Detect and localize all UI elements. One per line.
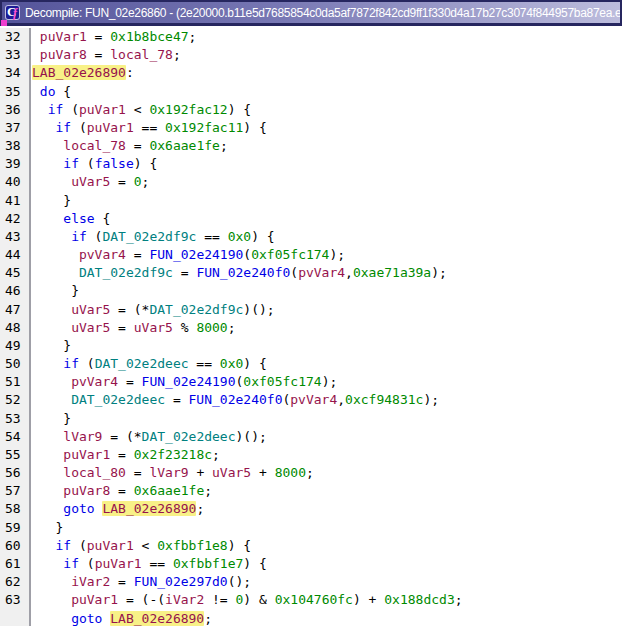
variable-token[interactable]: lVar9 <box>149 465 188 480</box>
label-token-highlighted[interactable]: LAB_02e26890 <box>32 65 126 80</box>
variable-token[interactable]: pvVar4 <box>71 374 118 389</box>
label-token-highlighted[interactable]: LAB_02e26890 <box>102 501 196 516</box>
code-text[interactable]: DAT_02e2df9c = FUN_02e240f0(pvVar4,0xae7… <box>31 264 447 282</box>
variable-token[interactable]: puVar8 <box>40 47 87 62</box>
keyword-token[interactable]: if <box>63 556 79 571</box>
code-text[interactable]: } <box>31 192 71 210</box>
code-text[interactable]: } <box>31 519 63 537</box>
code-text[interactable]: puVar8 = 0x6aae1fe; <box>31 482 212 500</box>
variable-token[interactable]: local_78 <box>110 47 173 62</box>
variable-token[interactable]: puVar1 <box>71 592 118 607</box>
variable-token[interactable]: lVar9 <box>63 429 102 444</box>
code-text[interactable]: goto LAB_02e26890; <box>31 610 212 626</box>
code-text[interactable]: iVar2 = FUN_02e297d0(); <box>31 573 251 591</box>
code-text[interactable]: uVar5 = uVar5 % 8000; <box>31 319 236 337</box>
global-token[interactable]: DAT_02e2df9c <box>102 229 196 244</box>
code-text[interactable]: pvVar4 = FUN_02e24190(0xf05fc174); <box>31 246 345 264</box>
variable-token[interactable]: puVar1 <box>87 538 134 553</box>
keyword-token[interactable]: else <box>63 211 94 226</box>
code-text[interactable]: pvVar4 = FUN_02e24190(0xf05fc174); <box>31 373 337 391</box>
decompiler-code-panel[interactable]: 32 puVar1 = 0x1b8bce47;33 puVar8 = local… <box>0 26 622 626</box>
variable-token[interactable]: uVar5 <box>212 465 251 480</box>
code-text[interactable]: DAT_02e2deec = FUN_02e240f0(pvVar4,0xcf9… <box>31 391 439 409</box>
constant-token[interactable]: 0x192fac11 <box>165 120 243 135</box>
keyword-token[interactable]: do <box>40 84 56 99</box>
constant-token[interactable]: 0x6aae1fe <box>134 483 204 498</box>
keyword-token[interactable]: if <box>63 156 79 171</box>
code-text[interactable]: uVar5 = (*DAT_02e2df9c)(); <box>31 301 275 319</box>
keyword-token[interactable]: goto <box>63 501 94 516</box>
variable-token[interactable]: uVar5 <box>134 320 173 335</box>
global-token[interactable]: DAT_02e2deec <box>142 429 236 444</box>
constant-token[interactable]: 0xf05fc174 <box>251 247 329 262</box>
code-text[interactable]: local_80 = lVar9 + uVar5 + 8000; <box>31 464 314 482</box>
variable-token[interactable]: puVar1 <box>63 447 110 462</box>
code-text[interactable]: puVar1 = (-(iVar2 != 0) & 0x104760fc) + … <box>31 591 463 609</box>
variable-token[interactable]: local_78 <box>63 138 126 153</box>
variable-token[interactable]: pvVar4 <box>79 247 126 262</box>
function-token[interactable]: FUN_02e24190 <box>149 247 243 262</box>
global-token[interactable]: DAT_02e2df9c <box>149 302 243 317</box>
constant-token[interactable]: 0x0 <box>220 356 243 371</box>
variable-token[interactable]: puVar1 <box>95 556 142 571</box>
keyword-token[interactable]: if <box>48 102 64 117</box>
function-token[interactable]: FUN_02e297d0 <box>134 574 228 589</box>
variable-token[interactable]: iVar2 <box>71 574 110 589</box>
variable-token[interactable]: puVar1 <box>79 102 126 117</box>
constant-token[interactable]: 0x2f23218c <box>134 447 212 462</box>
constant-token[interactable]: 0x0 <box>228 229 251 244</box>
code-text[interactable]: if (puVar1 < 0x192fac12) { <box>31 101 251 119</box>
global-token[interactable]: DAT_02e2df9c <box>79 265 173 280</box>
code-text[interactable]: if (DAT_02e2deec == 0x0) { <box>31 355 267 373</box>
keyword-token[interactable]: if <box>55 120 71 135</box>
code-text[interactable]: if (puVar1 == 0x192fac11) { <box>31 119 267 137</box>
variable-token[interactable]: puVar1 <box>40 29 87 44</box>
variable-token[interactable]: pvVar4 <box>290 392 337 407</box>
variable-token[interactable]: uVar5 <box>71 174 110 189</box>
constant-token[interactable]: 0 <box>134 174 142 189</box>
code-text[interactable]: local_78 = 0x6aae1fe; <box>31 137 228 155</box>
constant-token[interactable]: 0xae71a39a <box>353 265 431 280</box>
variable-token[interactable]: puVar8 <box>63 483 110 498</box>
variable-token[interactable]: uVar5 <box>71 320 110 335</box>
constant-token[interactable]: 8000 <box>196 320 227 335</box>
constant-token[interactable]: 0xcf94831c <box>345 392 423 407</box>
function-token[interactable]: FUN_02e240f0 <box>189 392 283 407</box>
code-text[interactable]: puVar1 = 0x2f23218c; <box>31 446 220 464</box>
code-text[interactable]: goto LAB_02e26890; <box>31 500 204 518</box>
keyword-token[interactable]: if <box>63 356 79 371</box>
code-text[interactable]: lVar9 = (*DAT_02e2deec)(); <box>31 428 267 446</box>
constant-token[interactable]: 0x6aae1fe <box>149 138 219 153</box>
code-text[interactable]: uVar5 = 0; <box>31 173 149 191</box>
variable-token[interactable]: iVar2 <box>165 592 204 607</box>
constant-token[interactable]: 0x188dcd3 <box>384 592 454 607</box>
decompile-titlebar[interactable]: C f Decompile: FUN_02e26860 - (2e20000.b… <box>0 0 622 26</box>
code-text[interactable]: puVar1 = 0x1b8bce47; <box>31 28 196 46</box>
code-text[interactable]: puVar8 = local_78; <box>31 46 181 64</box>
code-text[interactable]: if (puVar1 == 0xfbbf1e7) { <box>31 555 267 573</box>
constant-token[interactable]: 0x104760fc <box>275 592 353 607</box>
code-text[interactable]: do { <box>31 83 71 101</box>
function-token[interactable]: FUN_02e24190 <box>142 374 236 389</box>
constant-token[interactable]: 0xf05fc174 <box>243 374 321 389</box>
code-text[interactable]: else { <box>31 210 110 228</box>
keyword-token[interactable]: goto <box>71 611 102 626</box>
global-token[interactable]: DAT_02e2deec <box>71 392 165 407</box>
code-text[interactable]: if (DAT_02e2df9c == 0x0) { <box>31 228 275 246</box>
constant-token[interactable]: 0x192fac12 <box>149 102 227 117</box>
variable-token[interactable]: puVar1 <box>87 120 134 135</box>
global-token[interactable]: DAT_02e2deec <box>95 356 189 371</box>
code-text[interactable]: if (puVar1 < 0xfbbf1e8) { <box>31 537 251 555</box>
constant-token[interactable]: 0xfbbf1e8 <box>157 538 227 553</box>
constant-token[interactable]: 0x1b8bce47 <box>110 29 188 44</box>
code-text[interactable]: } <box>31 282 79 300</box>
label-token-highlighted[interactable]: LAB_02e26890 <box>110 611 204 626</box>
keyword-token[interactable]: if <box>71 229 87 244</box>
variable-token[interactable]: pvVar4 <box>298 265 345 280</box>
constant-token[interactable]: 8000 <box>275 465 306 480</box>
constant-token[interactable]: 0xfbbf1e7 <box>173 556 243 571</box>
keyword-token[interactable]: if <box>55 538 71 553</box>
code-text[interactable]: } <box>31 337 71 355</box>
code-text[interactable]: LAB_02e26890: <box>31 64 134 82</box>
code-text[interactable]: } <box>31 410 71 428</box>
